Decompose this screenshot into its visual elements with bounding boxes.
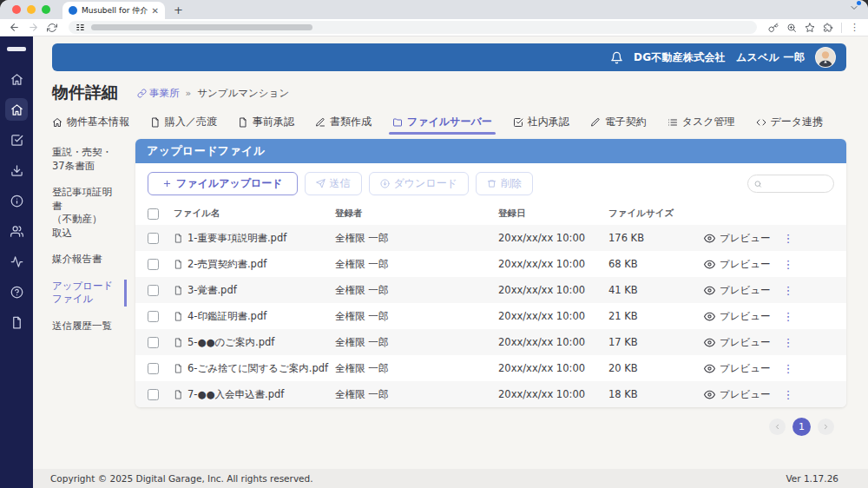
panel-title: アップロードファイル [135,139,846,163]
page-title: 物件詳細 [52,82,118,104]
prev-page-button[interactable] [769,419,786,435]
send-icon [316,179,326,188]
row-checkbox[interactable] [148,233,159,244]
row-menu-icon[interactable]: ⋮ [783,389,794,400]
file-date: 20xx/xx/xx 10:00 [498,284,608,296]
row-checkbox[interactable] [148,259,159,270]
breadcrumb: 事業所 » サンプルマンション [137,87,289,100]
file-size: 18 KB [608,388,704,400]
subnav-registration-cert[interactable]: 登記事項証明書 （不動産） 取込 [52,186,127,240]
row-checkbox[interactable] [148,285,159,296]
list-icon [667,117,678,128]
rail-edit-icon[interactable] [5,129,28,151]
rail-property-icon[interactable] [5,98,28,121]
browser-tab-title: Musubell for 仲介 [82,5,148,16]
new-tab-button[interactable]: + [174,3,183,16]
rail-home-icon[interactable] [5,68,28,90]
search-input[interactable] [766,179,827,188]
tab-internal-approval[interactable]: 社内承認 [513,115,569,135]
breadcrumb-separator: » [186,88,192,99]
browser-tab[interactable]: Musubell for 仲介 ✕ [62,2,165,19]
next-page-button[interactable] [818,419,834,435]
tab-e-contract[interactable]: 電子契約 [590,115,647,135]
browser-menu-icon[interactable]: ⋮ [850,22,859,33]
file-icon [174,312,183,321]
tab-document-creation[interactable]: 書類作成 [315,115,372,135]
subnav-brokerage-report[interactable]: 媒介報告書 [52,253,127,267]
back-button[interactable] [9,22,20,33]
content-row: 重説・売契・ 37条書面 登記事項証明書 （不動産） 取込 媒介報告書 アップロ… [52,139,846,469]
rail-activity-icon[interactable] [5,250,28,273]
close-window-button[interactable] [12,5,21,14]
window-controls[interactable] [12,5,50,14]
forward-button[interactable] [28,22,39,33]
preview-button[interactable]: プレビュー [704,258,771,271]
check-square-icon [513,117,523,128]
rail-document-icon[interactable] [5,311,28,333]
row-checkbox[interactable] [148,389,159,400]
password-key-icon[interactable] [768,23,779,33]
row-menu-icon[interactable]: ⋮ [783,311,794,322]
preview-button[interactable]: プレビュー [704,388,771,401]
site-info-icon[interactable] [76,23,85,32]
minimize-window-button[interactable] [27,5,36,14]
preview-label: プレビュー [720,258,771,271]
maximize-window-button[interactable] [42,5,50,14]
download-button[interactable]: ダウンロード [369,172,469,195]
preview-button[interactable]: プレビュー [704,232,771,245]
tab-close-icon[interactable]: ✕ [152,6,159,16]
table-body: 1-重要事項説明書.pdf 全権限 一郎 20xx/xx/xx 10:00 17… [135,225,846,407]
row-menu-icon[interactable]: ⋮ [783,337,794,348]
tab-property-info[interactable]: 物件基本情報 [52,115,129,135]
subnav-important-docs[interactable]: 重説・売契・ 37条書面 [52,146,127,173]
row-menu-icon[interactable]: ⋮ [783,259,794,270]
browser-profile-button[interactable] [849,3,859,13]
browser-window: Musubell for 仲介 ✕ + ⋮ [0,0,868,488]
extensions-icon[interactable] [823,23,833,33]
subnav-send-history[interactable]: 送信履歴一覧 [52,320,127,333]
delete-button[interactable]: 削除 [476,172,533,195]
select-all-checkbox[interactable] [148,208,159,220]
preview-button[interactable]: プレビュー [704,284,771,297]
row-menu-icon[interactable]: ⋮ [783,285,794,296]
send-button[interactable]: 送信 [305,172,362,195]
preview-button[interactable]: プレビュー [704,362,771,375]
row-menu-icon[interactable]: ⋮ [783,363,794,374]
row-checkbox[interactable] [148,363,159,374]
preview-button[interactable]: プレビュー [704,336,771,349]
tab-task-management[interactable]: タスク管理 [667,115,735,135]
zoom-icon[interactable] [786,23,797,33]
preview-button[interactable]: プレビュー [704,310,771,323]
tab-file-server[interactable]: ファイルサーバー [392,115,492,135]
tab-pre-approval[interactable]: 事前承認 [238,115,294,135]
subnav-upload-files[interactable]: アップロード ファイル [52,280,127,307]
table-row: 4-印鑑証明書.pdf 全権限 一郎 20xx/xx/xx 10:00 21 K… [135,303,846,329]
current-page-button[interactable]: 1 [792,418,811,436]
rail-help-icon[interactable] [5,280,28,303]
tab-data-integration[interactable]: データ連携 [756,115,824,135]
row-checkbox[interactable] [148,337,159,348]
address-bar[interactable] [69,21,757,34]
file-size: 68 KB [608,258,704,270]
nav-rail [0,36,33,488]
file-icon [174,260,183,269]
browser-tab-strip: Musubell for 仲介 ✕ + [0,0,868,19]
file-owner: 全権限 一郎 [335,232,498,245]
bookmark-star-icon[interactable] [805,23,815,33]
file-size: 41 KB [608,284,704,296]
eye-icon [704,363,715,374]
breadcrumb-office-link[interactable]: 事業所 [137,87,180,100]
search-box[interactable] [747,175,834,193]
row-checkbox[interactable] [148,311,159,322]
row-menu-icon[interactable]: ⋮ [783,233,794,244]
reload-button[interactable] [47,23,57,33]
preview-label: プレビュー [720,232,771,245]
rail-download-icon[interactable] [5,159,28,181]
file-upload-button[interactable]: ファイルアップロード [148,172,298,195]
avatar[interactable] [815,47,836,68]
file-name: 2-売買契約書.pdf [187,258,266,271]
rail-users-icon[interactable] [5,220,28,242]
notifications-bell-icon[interactable] [610,51,623,64]
tab-purchase-sale[interactable]: 購入／売渡 [150,115,217,135]
rail-info-icon[interactable] [5,189,28,212]
